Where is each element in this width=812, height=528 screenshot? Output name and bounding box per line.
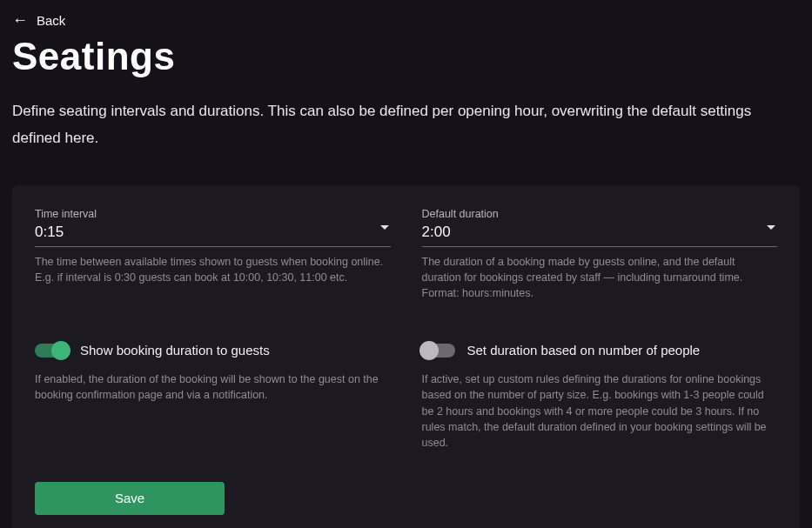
toggle-knob bbox=[419, 341, 439, 360]
chevron-down-icon bbox=[380, 225, 389, 230]
duration-by-people-toggle[interactable] bbox=[422, 344, 455, 358]
settings-panel: Time interval 0:15 The time between avai… bbox=[12, 185, 800, 528]
time-interval-value: 0:15 bbox=[35, 224, 391, 241]
default-duration-helper: The duration of a booking made by guests… bbox=[422, 254, 778, 301]
page-title: Seatings bbox=[12, 35, 800, 78]
duration-by-people-helper: If active, set up custom rules defining … bbox=[422, 371, 778, 451]
default-duration-label: Default duration bbox=[422, 208, 778, 220]
arrow-left-icon: ← bbox=[12, 12, 28, 28]
back-label: Back bbox=[37, 13, 65, 28]
show-duration-label: Show booking duration to guests bbox=[80, 343, 270, 358]
page-description: Define seating intervals and durations. … bbox=[12, 97, 795, 152]
show-duration-toggle[interactable] bbox=[35, 344, 68, 358]
back-button[interactable]: ← Back bbox=[12, 9, 65, 31]
default-duration-select[interactable]: 2:00 bbox=[422, 224, 778, 247]
save-button[interactable]: Save bbox=[35, 482, 225, 515]
time-interval-select[interactable]: 0:15 bbox=[35, 224, 391, 247]
chevron-down-icon bbox=[767, 225, 775, 230]
toggle-knob bbox=[51, 341, 70, 360]
time-interval-label: Time interval bbox=[35, 208, 391, 220]
default-duration-value: 2:00 bbox=[422, 224, 778, 241]
duration-by-people-label: Set duration based on number of people bbox=[467, 343, 701, 358]
time-interval-helper: The time between available times shown t… bbox=[35, 254, 391, 285]
show-duration-helper: If enabled, the duration of the booking … bbox=[35, 371, 391, 403]
